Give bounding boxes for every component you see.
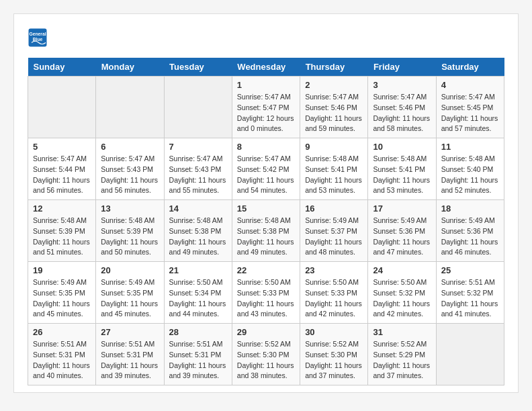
day-info: Sunrise: 5:52 AM Sunset: 5:30 PM Dayligh…: [305, 339, 363, 381]
day-number: 20: [101, 265, 159, 275]
day-number: 9: [305, 142, 363, 152]
day-number: 23: [305, 265, 363, 275]
day-info: Sunrise: 5:49 AM Sunset: 5:36 PM Dayligh…: [441, 216, 499, 258]
day-number: 19: [33, 265, 91, 275]
day-number: 17: [373, 203, 431, 214]
weekday-header-tuesday: Tuesday: [164, 58, 232, 77]
logo: General Blue: [28, 28, 52, 48]
calendar-cell: [28, 77, 96, 138]
calendar-cell: 1Sunrise: 5:47 AM Sunset: 5:47 PM Daylig…: [232, 77, 300, 138]
week-row-5: 26Sunrise: 5:51 AM Sunset: 5:31 PM Dayli…: [28, 324, 504, 385]
calendar-cell: 12Sunrise: 5:48 AM Sunset: 5:39 PM Dayli…: [28, 200, 96, 262]
calendar-table: SundayMondayTuesdayWednesdayThursdayFrid…: [28, 58, 504, 385]
week-row-2: 5Sunrise: 5:47 AM Sunset: 5:44 PM Daylig…: [28, 138, 504, 200]
day-info: Sunrise: 5:47 AM Sunset: 5:46 PM Dayligh…: [373, 92, 431, 134]
day-number: 4: [441, 80, 499, 90]
day-info: Sunrise: 5:47 AM Sunset: 5:45 PM Dayligh…: [441, 92, 499, 134]
svg-text:General: General: [29, 32, 46, 36]
day-number: 26: [33, 327, 91, 337]
day-info: Sunrise: 5:52 AM Sunset: 5:30 PM Dayligh…: [237, 339, 295, 381]
day-info: Sunrise: 5:49 AM Sunset: 5:37 PM Dayligh…: [305, 216, 363, 258]
day-info: Sunrise: 5:48 AM Sunset: 5:41 PM Dayligh…: [305, 154, 363, 196]
calendar-cell: 5Sunrise: 5:47 AM Sunset: 5:44 PM Daylig…: [28, 138, 96, 200]
day-info: Sunrise: 5:48 AM Sunset: 5:40 PM Dayligh…: [441, 154, 499, 196]
day-number: 31: [373, 327, 431, 337]
day-info: Sunrise: 5:48 AM Sunset: 5:41 PM Dayligh…: [373, 154, 431, 196]
calendar-cell: 31Sunrise: 5:52 AM Sunset: 5:29 PM Dayli…: [368, 324, 436, 385]
day-number: 24: [373, 265, 431, 275]
day-number: 15: [237, 203, 295, 214]
week-row-4: 19Sunrise: 5:49 AM Sunset: 5:35 PM Dayli…: [28, 262, 504, 324]
calendar-cell: 20Sunrise: 5:49 AM Sunset: 5:35 PM Dayli…: [96, 262, 164, 324]
day-number: 27: [101, 327, 159, 337]
logo-icon: General Blue: [28, 28, 48, 48]
calendar-cell: 6Sunrise: 5:47 AM Sunset: 5:43 PM Daylig…: [96, 138, 164, 200]
day-number: 28: [169, 327, 227, 337]
calendar-cell: [436, 324, 504, 385]
day-info: Sunrise: 5:47 AM Sunset: 5:44 PM Dayligh…: [33, 154, 91, 196]
day-number: 8: [237, 142, 295, 152]
calendar-cell: 25Sunrise: 5:51 AM Sunset: 5:32 PM Dayli…: [436, 262, 504, 324]
day-number: 14: [169, 203, 227, 214]
calendar-container: General Blue SundayMondayTuesdayWednesda…: [13, 13, 519, 393]
calendar-cell: 15Sunrise: 5:48 AM Sunset: 5:38 PM Dayli…: [232, 200, 300, 262]
calendar-cell: 26Sunrise: 5:51 AM Sunset: 5:31 PM Dayli…: [28, 324, 96, 385]
weekday-header-wednesday: Wednesday: [232, 58, 300, 77]
day-number: 1: [237, 80, 295, 90]
calendar-cell: 10Sunrise: 5:48 AM Sunset: 5:41 PM Dayli…: [368, 138, 436, 200]
day-info: Sunrise: 5:51 AM Sunset: 5:31 PM Dayligh…: [101, 339, 159, 381]
calendar-cell: 13Sunrise: 5:48 AM Sunset: 5:39 PM Dayli…: [96, 200, 164, 262]
calendar-cell: 16Sunrise: 5:49 AM Sunset: 5:37 PM Dayli…: [300, 200, 368, 262]
day-number: 30: [305, 327, 363, 337]
calendar-cell: 9Sunrise: 5:48 AM Sunset: 5:41 PM Daylig…: [300, 138, 368, 200]
day-number: 21: [169, 265, 227, 275]
day-number: 11: [441, 142, 499, 152]
weekday-header-sunday: Sunday: [28, 58, 96, 77]
day-number: 12: [33, 203, 91, 214]
calendar-cell: 27Sunrise: 5:51 AM Sunset: 5:31 PM Dayli…: [96, 324, 164, 385]
calendar-cell: 24Sunrise: 5:50 AM Sunset: 5:32 PM Dayli…: [368, 262, 436, 324]
day-number: 25: [441, 265, 499, 275]
calendar-cell: 30Sunrise: 5:52 AM Sunset: 5:30 PM Dayli…: [300, 324, 368, 385]
day-info: Sunrise: 5:47 AM Sunset: 5:46 PM Dayligh…: [305, 92, 363, 134]
calendar-cell: 18Sunrise: 5:49 AM Sunset: 5:36 PM Dayli…: [436, 200, 504, 262]
day-number: 13: [101, 203, 159, 214]
day-number: 3: [373, 80, 431, 90]
day-info: Sunrise: 5:49 AM Sunset: 5:35 PM Dayligh…: [33, 277, 91, 320]
day-info: Sunrise: 5:47 AM Sunset: 5:42 PM Dayligh…: [237, 154, 295, 196]
day-info: Sunrise: 5:48 AM Sunset: 5:39 PM Dayligh…: [33, 216, 91, 258]
week-row-1: 1Sunrise: 5:47 AM Sunset: 5:47 PM Daylig…: [28, 77, 504, 138]
weekday-header-saturday: Saturday: [436, 58, 504, 77]
calendar-cell: 8Sunrise: 5:47 AM Sunset: 5:42 PM Daylig…: [232, 138, 300, 200]
day-info: Sunrise: 5:50 AM Sunset: 5:32 PM Dayligh…: [373, 277, 431, 320]
day-number: 29: [237, 327, 295, 337]
day-info: Sunrise: 5:48 AM Sunset: 5:38 PM Dayligh…: [237, 216, 295, 258]
day-number: 2: [305, 80, 363, 90]
calendar-cell: 11Sunrise: 5:48 AM Sunset: 5:40 PM Dayli…: [436, 138, 504, 200]
day-info: Sunrise: 5:52 AM Sunset: 5:29 PM Dayligh…: [373, 339, 431, 381]
day-info: Sunrise: 5:48 AM Sunset: 5:39 PM Dayligh…: [101, 216, 159, 258]
weekday-header-monday: Monday: [96, 58, 164, 77]
day-info: Sunrise: 5:47 AM Sunset: 5:47 PM Dayligh…: [237, 92, 295, 134]
day-number: 18: [441, 203, 499, 214]
day-number: 6: [101, 142, 159, 152]
weekday-header-thursday: Thursday: [300, 58, 368, 77]
weekday-header-row: SundayMondayTuesdayWednesdayThursdayFrid…: [28, 58, 504, 77]
day-info: Sunrise: 5:49 AM Sunset: 5:36 PM Dayligh…: [373, 216, 431, 258]
day-info: Sunrise: 5:51 AM Sunset: 5:32 PM Dayligh…: [441, 277, 499, 320]
calendar-cell: 2Sunrise: 5:47 AM Sunset: 5:46 PM Daylig…: [300, 77, 368, 138]
calendar-cell: 7Sunrise: 5:47 AM Sunset: 5:43 PM Daylig…: [164, 138, 232, 200]
calendar-cell: 23Sunrise: 5:50 AM Sunset: 5:33 PM Dayli…: [300, 262, 368, 324]
day-info: Sunrise: 5:50 AM Sunset: 5:33 PM Dayligh…: [305, 277, 363, 320]
day-info: Sunrise: 5:47 AM Sunset: 5:43 PM Dayligh…: [101, 154, 159, 196]
day-info: Sunrise: 5:51 AM Sunset: 5:31 PM Dayligh…: [33, 339, 91, 381]
calendar-cell: 4Sunrise: 5:47 AM Sunset: 5:45 PM Daylig…: [436, 77, 504, 138]
calendar-cell: 3Sunrise: 5:47 AM Sunset: 5:46 PM Daylig…: [368, 77, 436, 138]
weekday-header-friday: Friday: [368, 58, 436, 77]
day-info: Sunrise: 5:51 AM Sunset: 5:31 PM Dayligh…: [169, 339, 227, 381]
day-number: 22: [237, 265, 295, 275]
day-info: Sunrise: 5:47 AM Sunset: 5:43 PM Dayligh…: [169, 154, 227, 196]
week-row-3: 12Sunrise: 5:48 AM Sunset: 5:39 PM Dayli…: [28, 200, 504, 262]
day-number: 10: [373, 142, 431, 152]
calendar-cell: [164, 77, 232, 138]
